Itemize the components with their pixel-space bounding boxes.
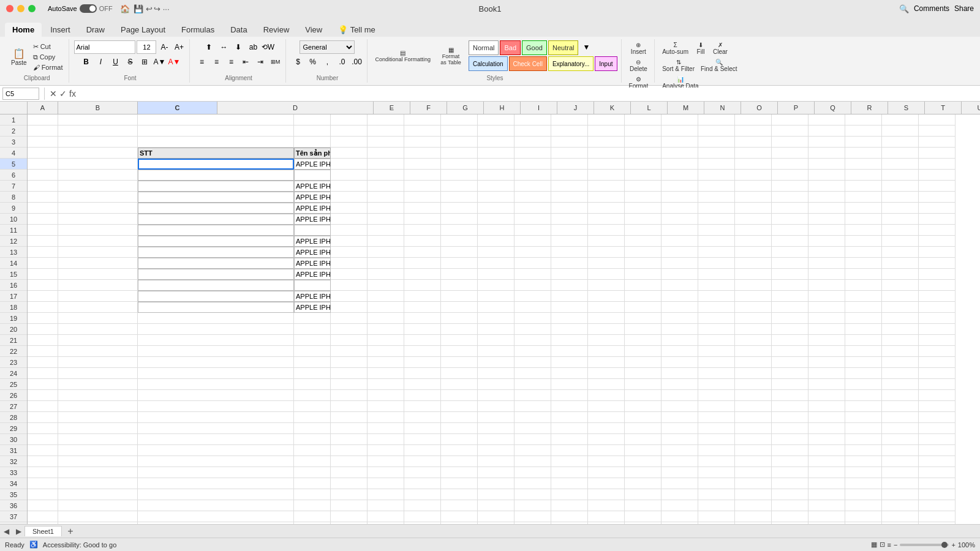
cell-E10[interactable]: [331, 214, 368, 225]
col-header-b[interactable]: B: [58, 102, 138, 114]
cell-B35[interactable]: [58, 489, 138, 500]
cell-N24[interactable]: [662, 368, 698, 379]
cell-H11[interactable]: [441, 225, 478, 236]
cell-P17[interactable]: [735, 291, 772, 302]
cell-Q30[interactable]: [772, 434, 809, 445]
cell-O32[interactable]: [698, 456, 735, 467]
cell-C12[interactable]: [138, 236, 294, 247]
cell-R38[interactable]: [809, 522, 845, 524]
cell-J26[interactable]: [514, 390, 551, 401]
cell-B16[interactable]: [58, 280, 138, 291]
cell-O13[interactable]: [698, 247, 735, 258]
cell-I13[interactable]: [478, 247, 514, 258]
cell-M6[interactable]: [625, 170, 662, 181]
cell-I30[interactable]: [478, 434, 514, 445]
cell-H16[interactable]: [441, 280, 478, 291]
cell-S34[interactable]: [845, 478, 882, 489]
cell-R1[interactable]: [809, 114, 845, 126]
cell-C30[interactable]: [138, 434, 294, 445]
cell-G26[interactable]: [404, 390, 441, 401]
cell-B38[interactable]: [58, 522, 138, 524]
cell-K35[interactable]: [551, 489, 588, 500]
paste-button[interactable]: 📋 Paste: [9, 47, 29, 67]
cell-D34[interactable]: [294, 478, 331, 489]
cell-S33[interactable]: [845, 467, 882, 478]
fill-color-button[interactable]: A▼: [153, 55, 166, 69]
cell-R14[interactable]: [809, 258, 845, 269]
cell-H15[interactable]: [441, 269, 478, 280]
cell-P1[interactable]: [735, 114, 772, 126]
cell-C8[interactable]: [138, 192, 294, 203]
cell-F19[interactable]: [368, 313, 404, 324]
cell-M23[interactable]: [625, 357, 662, 368]
cell-Q6[interactable]: [772, 170, 809, 181]
cell-J18[interactable]: [514, 302, 551, 313]
cell-N14[interactable]: [662, 258, 698, 269]
cell-Q11[interactable]: [772, 225, 809, 236]
col-header-a[interactable]: A: [28, 102, 58, 114]
cell-A26[interactable]: [28, 390, 58, 401]
cell-D38[interactable]: [294, 522, 331, 524]
tab-insert[interactable]: Insert: [43, 23, 78, 37]
cell-K7[interactable]: [551, 181, 588, 192]
cell-C21[interactable]: [138, 335, 294, 346]
cell-F18[interactable]: [368, 302, 404, 313]
cell-G23[interactable]: [404, 357, 441, 368]
cell-K3[interactable]: [551, 137, 588, 148]
cell-F25[interactable]: [368, 379, 404, 390]
cell-U9[interactable]: [919, 203, 956, 214]
col-header-i[interactable]: I: [521, 102, 557, 114]
col-header-u[interactable]: U: [962, 102, 980, 114]
find-select-button[interactable]: 🔍 Find & Select: [698, 58, 739, 73]
cell-F6[interactable]: [368, 170, 404, 181]
cell-M30[interactable]: [625, 434, 662, 445]
tab-view[interactable]: View: [298, 23, 330, 37]
cell-H18[interactable]: [441, 302, 478, 313]
cell-C4[interactable]: STT: [138, 148, 294, 159]
cell-U15[interactable]: [919, 269, 956, 280]
cell-H17[interactable]: [441, 291, 478, 302]
cell-G32[interactable]: [404, 456, 441, 467]
cell-J10[interactable]: [514, 214, 551, 225]
cell-K9[interactable]: [551, 203, 588, 214]
cell-G38[interactable]: [404, 522, 441, 524]
cell-N21[interactable]: [662, 335, 698, 346]
cell-T2[interactable]: [882, 126, 919, 137]
cell-B36[interactable]: [58, 500, 138, 511]
cell-A25[interactable]: [28, 379, 58, 390]
cell-A4[interactable]: [28, 148, 58, 159]
cell-R31[interactable]: [809, 445, 845, 456]
cell-G35[interactable]: [404, 489, 441, 500]
cell-N12[interactable]: [662, 236, 698, 247]
cell-H36[interactable]: [441, 500, 478, 511]
cell-F13[interactable]: [368, 247, 404, 258]
row-num-17[interactable]: 17: [0, 291, 27, 302]
cell-F17[interactable]: [368, 291, 404, 302]
cell-Q37[interactable]: [772, 511, 809, 522]
cell-P18[interactable]: [735, 302, 772, 313]
cell-I15[interactable]: [478, 269, 514, 280]
cell-Q28[interactable]: [772, 412, 809, 423]
cell-D12[interactable]: APPLE IPHONE 12 PRO: [294, 236, 331, 247]
cell-H22[interactable]: [441, 346, 478, 357]
cell-P24[interactable]: [735, 368, 772, 379]
cell-J16[interactable]: [514, 280, 551, 291]
cell-I12[interactable]: [478, 236, 514, 247]
cell-Q20[interactable]: [772, 324, 809, 335]
cell-K28[interactable]: [551, 412, 588, 423]
orientation-button[interactable]: ab: [246, 40, 260, 54]
cell-S7[interactable]: [845, 181, 882, 192]
cell-Q12[interactable]: [772, 236, 809, 247]
cell-C11[interactable]: [138, 225, 294, 236]
cell-I22[interactable]: [478, 346, 514, 357]
cell-Q38[interactable]: [772, 522, 809, 524]
cell-B10[interactable]: [58, 214, 138, 225]
cell-U35[interactable]: [919, 489, 956, 500]
cell-U29[interactable]: [919, 423, 956, 434]
cell-J29[interactable]: [514, 423, 551, 434]
cell-M20[interactable]: [625, 324, 662, 335]
cell-E26[interactable]: [331, 390, 368, 401]
cell-S20[interactable]: [845, 324, 882, 335]
cell-E35[interactable]: [331, 489, 368, 500]
cell-A5[interactable]: [28, 159, 58, 170]
